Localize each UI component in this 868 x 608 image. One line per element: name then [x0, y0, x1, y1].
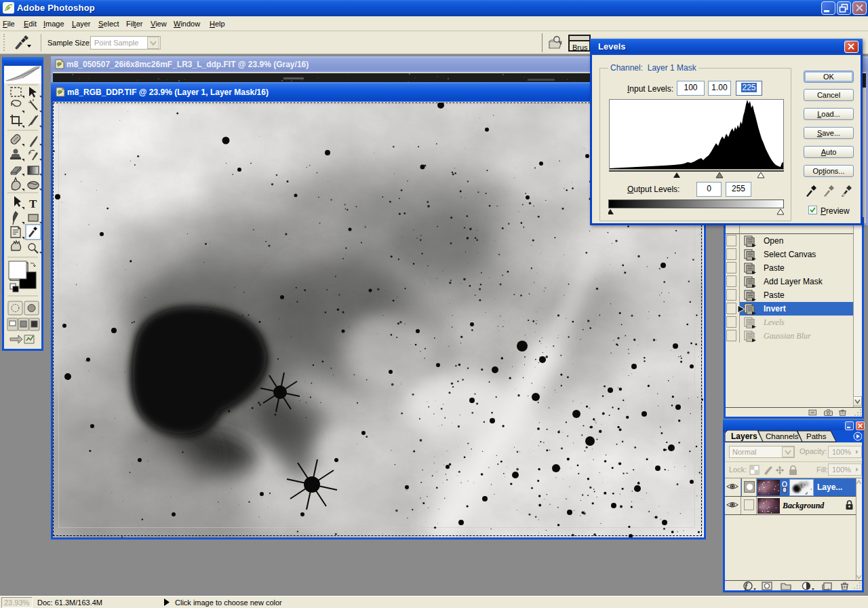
- svg-text:Layers: Layers: [731, 432, 757, 441]
- svg-text:Channels: Channels: [766, 432, 799, 440]
- svg-text:Paths: Paths: [806, 432, 827, 440]
- svg-text:T: T: [29, 197, 37, 210]
